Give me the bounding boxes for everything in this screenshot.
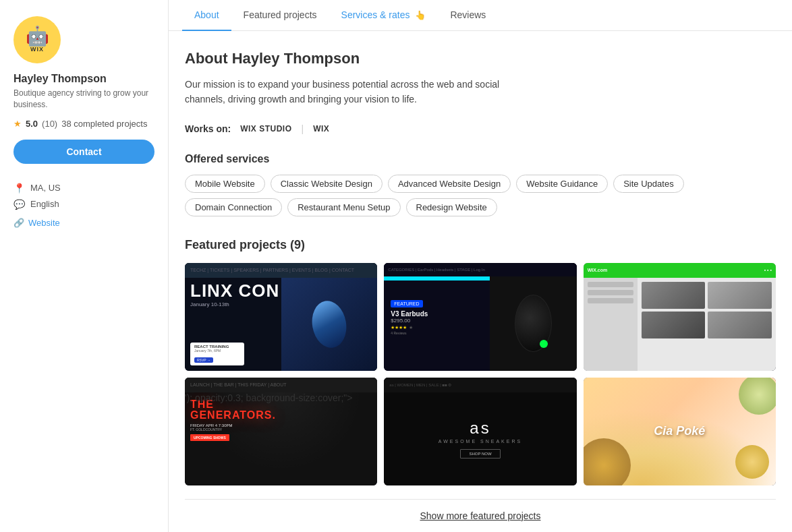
service-tag-site-updates: Site Updates [613,175,683,193]
project-card-6[interactable]: Cia Poké [584,378,776,485]
service-tag-website-guidance: Website Guidance [516,175,608,193]
profile-logo: 🤖 WIX [13,16,61,63]
divider: | [302,123,304,134]
language-item: 💬 English [13,199,154,210]
sidebar-meta: 📍 MA, US 💬 English [13,183,154,210]
location-item: 📍 MA, US [13,183,154,194]
service-tag-classic-website-design: Classic Website Design [271,175,383,193]
language-text: English [30,199,59,209]
location-icon: 📍 [13,183,25,194]
service-tag-mobile-website: Mobile Website [185,175,265,193]
works-on-label: Works on: [185,123,231,134]
works-on-wix: WIX [313,124,329,134]
service-tag-redesign-website: Redesign Website [406,198,497,216]
project-card-3[interactable]: WIX.com ▪ ▪ ▪ [584,263,776,371]
location-text: MA, US [30,183,61,193]
projects-grid: TECHZ | TICKETS | SPEAKERS | PARTNERS | … [185,263,776,485]
services-tags: Mobile Website Classic Website Design Ad… [185,175,776,216]
works-on-section: Works on: WIX STUDIO | WIX [185,123,776,134]
rating-score: 5.0 [26,119,38,129]
wix-label: WIX [30,46,44,53]
service-tag-restaurant-menu-setup: Restaurant Menu Setup [287,198,400,216]
profile-name: Hayley Thompson [13,73,154,85]
website-label: Website [28,218,60,228]
link-icon: 🔗 [13,218,24,228]
cursor-hand-icon: 👆 [415,10,426,20]
show-more-section: Show more featured projects [185,499,776,521]
profile-tagline: Boutique agency striving to grow your bu… [13,88,154,111]
rating-count: (10) [42,119,57,129]
project-card-5[interactable]: as | WOMEN | MEN | SALE | ■■ ⚙ as AWESOM… [384,378,576,485]
about-description: Our mission is to expand your business p… [185,77,536,107]
services-title: Offered services [185,153,776,165]
content-area: About Hayley Thompson Our mission is to … [169,31,792,532]
show-more-link[interactable]: Show more featured projects [420,510,541,521]
wix-robot-icon: 🤖 [26,27,49,46]
tab-bar: About Featured projects Services & rates… [169,0,792,31]
featured-projects-section: Featured projects (9) TECHZ | TICKETS | … [185,238,776,521]
works-on-wix-studio: WIX STUDIO [240,124,291,134]
project-card-1[interactable]: TECHZ | TICKETS | SPEAKERS | PARTNERS | … [185,263,377,371]
service-tag-domain-connection: Domain Connection [185,198,282,216]
project-card-2[interactable]: CATEGORIES | EarPods | Headsets | STAGE … [384,263,576,371]
tab-services-rates[interactable]: Services & rates 👆 [329,0,439,31]
star-icon: ★ [13,119,22,129]
website-link[interactable]: 🔗 Website [13,218,154,228]
project-card-4[interactable]: LAUNCH | THE BAR | THIS FRIDAY | ABOUT '… [185,378,377,485]
tab-featured-projects[interactable]: Featured projects [231,0,329,31]
tab-reviews[interactable]: Reviews [438,0,498,31]
contact-button[interactable]: Contact [13,140,154,164]
rating-section: ★ 5.0 (10) 38 completed projects [13,119,154,129]
about-title: About Hayley Thompson [185,50,776,67]
wix-text: WIX [313,124,329,134]
offered-services-section: Offered services Mobile Website Classic … [185,153,776,216]
featured-projects-title: Featured projects (9) [185,238,776,252]
tab-about[interactable]: About [182,0,231,31]
wix-studio-text: WIX STUDIO [240,124,291,134]
completed-projects: 38 completed projects [61,119,147,129]
sidebar: 🤖 WIX Hayley Thompson Boutique agency st… [0,0,169,532]
service-tag-advanced-website-design: Advanced Website Design [388,175,511,193]
main-content: About Featured projects Services & rates… [169,0,792,532]
language-icon: 💬 [13,199,25,210]
